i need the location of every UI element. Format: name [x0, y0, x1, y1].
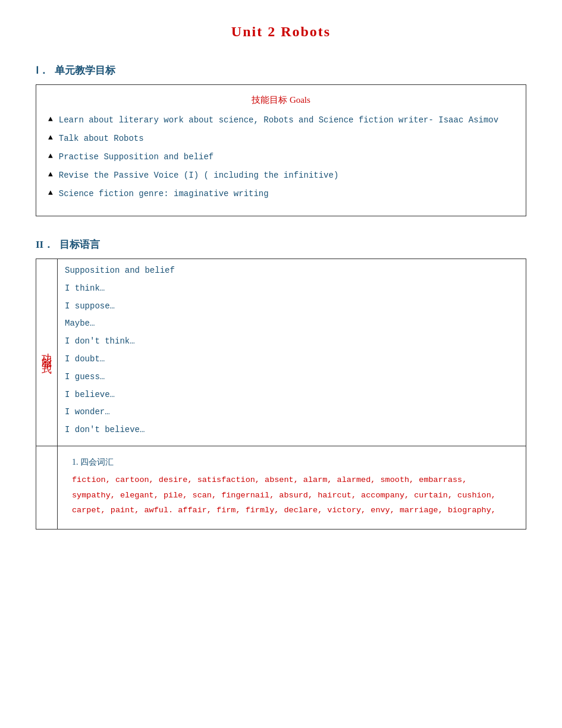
section-1-heading: Ⅰ． 单元教学目标 [36, 64, 526, 77]
section-1-chinese: 单元教学目标 [55, 64, 115, 77]
list-item: ▲ Science fiction genre: imaginative wri… [48, 188, 514, 200]
phrase-item: I don't believe… [65, 423, 519, 437]
language-table: 功能句式 Supposition and belief I think… I s… [36, 259, 526, 530]
phrase-item: Maybe… [65, 317, 519, 331]
list-item: ▲ Talk about Robots [48, 133, 514, 145]
item-text: Talk about Robots [59, 133, 144, 145]
item-text: Practise Supposition and belief [59, 151, 214, 163]
triangle-icon: ▲ [48, 152, 53, 160]
list-item: ▲ Practise Supposition and belief [48, 151, 514, 163]
phrase-item: I don't think… [65, 335, 519, 349]
phrase-item: I believe… [65, 388, 519, 402]
list-item: ▲ Learn about literary work about scienc… [48, 114, 514, 127]
section-1: Ⅰ． 单元教学目标 技能目标 Goals ▲ Learn about liter… [36, 64, 526, 216]
section-2-roman: II． [36, 238, 54, 251]
item-text: Revise the Passive Voice (I) ( including… [59, 169, 338, 182]
vocab-cell: 1. 四会词汇 fiction, cartoon, desire, satisf… [58, 446, 526, 529]
box-1-title: 技能目标 Goals [48, 94, 514, 106]
phrase-item: I doubt… [65, 352, 519, 367]
phrase-item: I guess… [65, 370, 519, 385]
phrase-item: I suppose… [65, 300, 519, 314]
phrase-item: I think… [65, 282, 519, 296]
vocab-title: 1. 四会词汇 [72, 457, 511, 468]
section-2-heading: II． 目标语言 [36, 238, 526, 251]
phrase-item: I wonder… [65, 405, 519, 420]
phrases-cell: Supposition and belief I think… I suppos… [58, 259, 526, 446]
vocab-section: 1. 四会词汇 fiction, cartoon, desire, satisf… [65, 451, 519, 524]
table-row-phrases: 功能句式 Supposition and belief I think… I s… [36, 259, 526, 446]
table-row-vocab: 1. 四会词汇 fiction, cartoon, desire, satisf… [36, 446, 526, 529]
section-2: II． 目标语言 功能句式 Supposition and belief I t… [36, 238, 526, 530]
item-text: Learn about literary work about science,… [59, 114, 498, 127]
section-2-chinese: 目标语言 [59, 238, 100, 251]
triangle-icon: ▲ [48, 115, 53, 124]
page-title: Unit 2 Robots [36, 24, 526, 40]
triangle-icon: ▲ [48, 170, 53, 179]
section-1-box: 技能目标 Goals ▲ Learn about literary work a… [36, 84, 526, 216]
vocab-text: fiction, cartoon, desire, satisfaction, … [72, 472, 511, 518]
side-label-cell: 功能句式 [36, 259, 58, 446]
triangle-icon: ▲ [48, 133, 53, 142]
list-item: ▲ Revise the Passive Voice (I) ( includi… [48, 169, 514, 182]
phrase-item: Supposition and belief [65, 264, 519, 278]
section-1-roman: Ⅰ． [36, 64, 49, 77]
vocab-empty-cell [36, 446, 58, 529]
item-text: Science fiction genre: imaginative writi… [59, 188, 269, 200]
triangle-icon: ▲ [48, 188, 53, 197]
